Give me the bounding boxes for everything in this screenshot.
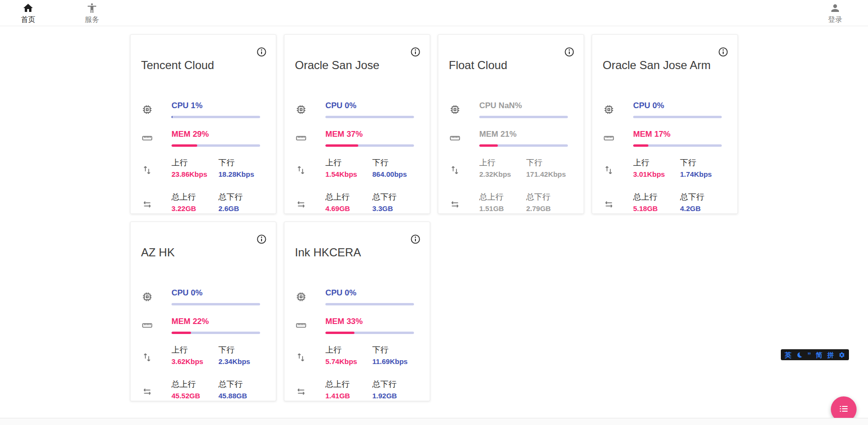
speed-row: 上行 23.86Kbps 下行 18.28Kbps [141,159,265,178]
down-speed-label: 下行 [219,159,266,167]
down-speed-label: 下行 [680,159,727,167]
swap-arrows-icon [603,199,615,210]
total-up-value: 3.22GB [172,205,219,212]
total-row: 总上行 5.18GB 总下行 4.2GB [603,193,727,212]
updown-arrows-icon [141,352,153,363]
server-stats: CPU 0% MEM 22% [141,289,265,399]
cpu-usage-label: CPU 0% [633,101,727,110]
total-row: 总上行 1.51GB 总下行 2.79GB [449,193,573,212]
info-icon[interactable] [717,46,729,58]
mem-usage-label: MEM 29% [172,130,265,138]
nav-item-login[interactable]: 登录 [824,2,846,24]
down-speed-value: 11.69Kbps [373,358,420,365]
mem-progress-fill [325,144,358,147]
down-speed-value: 171.42Kbps [526,171,574,178]
cpu-row: CPU 0% [295,289,419,305]
server-card: Oracle San Jose Arm CPU 0% [592,34,738,214]
server-card: Oracle San Jose CPU 0% [284,34,430,214]
info-icon[interactable] [410,46,421,58]
mem-row: MEM 21% [449,130,573,147]
total-up-label: 总上行 [479,193,526,201]
cpu-chip-icon [603,104,615,115]
down-speed-label: 下行 [526,159,574,167]
info-icon[interactable] [256,233,267,245]
server-stats: CPU NaN% MEM 21% [449,101,573,212]
ime-simplified-mode[interactable]: 简 [816,352,822,358]
ime-punctuation-mode[interactable]: ’’ [807,352,811,358]
server-name: Float Cloud [449,59,573,72]
cpu-usage-label: CPU NaN% [479,101,573,110]
mem-progress-track [172,144,260,147]
down-speed-label: 下行 [373,159,420,167]
updown-arrows-icon [603,164,615,176]
server-stats: CPU 1% MEM 29% [141,101,265,212]
mem-progress-track [325,332,414,334]
total-down-label: 总下行 [680,193,727,201]
swap-arrows-icon [295,199,307,210]
ime-settings[interactable] [838,352,845,358]
total-up-value: 45.52GB [172,392,219,399]
total-down-label: 总下行 [373,193,420,201]
server-stats: CPU 0% MEM 37% [295,101,419,212]
ime-moon-toggle[interactable] [796,352,803,358]
info-icon[interactable] [256,46,267,58]
server-card: AZ HK CPU 0% [130,222,276,401]
down-speed-value: 2.34Kbps [219,358,266,365]
moon-icon [796,352,803,358]
nav-item-services[interactable]: 服务 [81,2,103,24]
ime-pinyin-mode[interactable]: 拼 [827,352,834,358]
cpu-chip-icon [141,291,153,303]
total-down-label: 总下行 [219,380,266,388]
total-up-value: 5.18GB [633,205,680,212]
down-speed-label: 下行 [219,346,266,354]
cpu-progress-track [325,116,414,118]
updown-arrows-icon [141,164,153,176]
total-row: 总上行 1.41GB 总下行 1.92GB [295,380,419,399]
info-icon[interactable] [564,46,575,58]
total-down-value: 1.92GB [373,392,420,399]
mem-row: MEM 33% [295,317,419,334]
total-up-label: 总上行 [325,380,373,388]
server-card: Tencent Cloud CPU 1% [130,34,276,214]
updown-arrows-icon [295,164,307,176]
down-speed-label: 下行 [373,346,420,354]
info-icon[interactable] [410,233,421,245]
swap-arrows-icon [141,386,153,397]
server-name: Ink HKCERA [295,246,419,259]
server-stats: CPU 0% MEM 17% [603,101,727,212]
server-cards-grid: Tencent Cloud CPU 1% [130,34,745,401]
nav-item-home[interactable]: 首页 [17,2,39,24]
server-name: Oracle San Jose Arm [603,59,727,72]
mem-progress-fill [172,332,191,334]
server-name: AZ HK [141,246,265,259]
speed-row: 上行 3.01Kbps 下行 1.74Kbps [603,159,727,178]
total-up-label: 总上行 [172,380,219,388]
total-up-label: 总上行 [633,193,680,201]
ime-english-mode[interactable]: 英 [785,352,791,358]
up-speed-label: 上行 [325,159,373,167]
total-down-value: 2.6GB [219,205,266,212]
page-footer [0,418,868,425]
total-up-value: 1.41GB [325,392,373,399]
cpu-usage-label: CPU 0% [172,289,265,297]
gear-icon [838,352,845,358]
total-down-value: 45.88GB [219,392,266,399]
cpu-row: CPU 0% [141,289,265,305]
up-speed-value: 1.54Kbps [325,171,373,178]
ime-toolbar: 英’’简拼 [781,349,849,360]
mem-progress-fill [325,332,354,334]
cpu-row: CPU NaN% [449,101,573,118]
up-speed-label: 上行 [172,159,219,167]
up-speed-value: 3.62Kbps [172,358,219,365]
mem-usage-label: MEM 37% [325,130,419,138]
cpu-chip-icon [295,104,307,115]
cpu-usage-label: CPU 0% [325,289,419,297]
cpu-row: CPU 1% [141,101,265,118]
cpu-progress-track [172,116,260,118]
mem-row: MEM 37% [295,130,419,147]
cpu-chip-icon [449,104,461,115]
cpu-progress-track [633,116,722,118]
up-speed-value: 3.01Kbps [633,171,680,178]
speed-row: 上行 1.54Kbps 下行 864.00bps [295,159,419,178]
memory-ruler-icon [141,132,153,144]
